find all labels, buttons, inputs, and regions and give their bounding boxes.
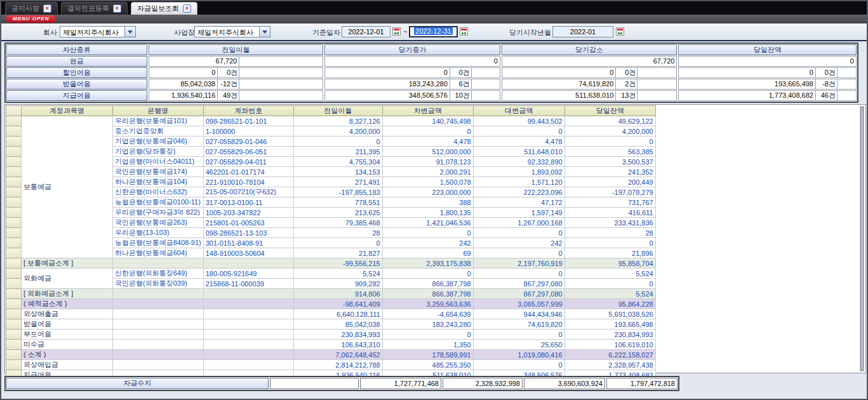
- period-start-input[interactable]: 2022-01: [552, 26, 613, 37]
- bank-name-cell: [113, 289, 204, 299]
- row-indicator-cell[interactable]: [6, 309, 22, 319]
- row-indicator-cell[interactable]: [6, 330, 22, 340]
- tab-close-icon[interactable]: [43, 4, 51, 13]
- table-row: 외상매입금2,814,212,788485,255,35002,328,957,…: [6, 360, 656, 370]
- credit-cell: 0: [473, 228, 564, 238]
- row-indicator-cell[interactable]: [6, 238, 22, 248]
- summary-value-group: 74,619,8202건: [502, 79, 678, 90]
- row-indicator-cell[interactable]: [6, 248, 22, 258]
- table-row: 미수금106,643,3101,35025,650106,619,010: [6, 340, 656, 350]
- carry-cell: 21,827: [293, 248, 382, 258]
- balance-cell: 5,691,038,526: [564, 309, 655, 319]
- balance-cell: 21,896: [564, 248, 655, 258]
- row-indicator-cell[interactable]: [6, 289, 22, 299]
- debit-cell: 866,387,798: [382, 279, 473, 289]
- tab-daily-funds-report[interactable]: 자금일보조회: [131, 2, 197, 15]
- row-indicator-cell[interactable]: [6, 269, 22, 279]
- debit-cell: 242: [382, 238, 473, 248]
- account-number-cell: 027-055829-06-051: [203, 147, 293, 157]
- balance-cell: -197,078,279: [564, 187, 655, 197]
- row-indicator-cell[interactable]: [6, 350, 22, 360]
- row-indicator-cell[interactable]: [6, 167, 22, 177]
- credit-cell: 99,443,502: [473, 116, 564, 126]
- row-indicator-cell[interactable]: [6, 228, 22, 238]
- debit-cell: 140,745,498: [382, 116, 473, 126]
- summary-value-group: 67,720: [502, 56, 678, 67]
- tab-bar: 공지사항 결의전표등록 자금일보조회: [1, 1, 867, 15]
- row-indicator-header: [6, 106, 22, 116]
- summary-filler-cell: [239, 90, 323, 101]
- summary-col-decrease: 당기감소: [502, 44, 678, 55]
- date-from-input[interactable]: 2022-12-01: [342, 26, 391, 37]
- summary-count-cell: 13건: [616, 90, 638, 101]
- account-number-cell: [203, 319, 293, 330]
- chevron-down-icon[interactable]: [124, 27, 135, 37]
- row-indicator-cell[interactable]: [6, 279, 22, 289]
- summary-value-group: 00건: [678, 67, 857, 78]
- vertical-scrollbar[interactable]: [860, 106, 864, 371]
- debit-cell: 2,000,291: [382, 167, 473, 177]
- row-indicator-cell[interactable]: [6, 208, 22, 218]
- company-label: 회사: [43, 28, 57, 37]
- summary-value-group: 00건: [324, 67, 500, 78]
- calendar-icon[interactable]: [616, 27, 624, 36]
- account-number-cell: 215868-11-000039: [203, 279, 293, 289]
- bank-name-cell: 국민은행(외화통장039): [113, 279, 204, 289]
- debit-cell: 1,500,078: [382, 177, 473, 187]
- site-select[interactable]: 제일저지주식회사: [194, 26, 270, 37]
- row-indicator-cell[interactable]: [6, 177, 22, 187]
- summary-filler-cell: [838, 67, 857, 78]
- menu-open-button[interactable]: MENU OPEN: [6, 15, 56, 23]
- tab-notice[interactable]: 공지사항: [5, 2, 58, 15]
- bank-name-cell: 기업은행(당좌통장): [113, 147, 204, 157]
- tab-close-icon[interactable]: [113, 4, 121, 13]
- bank-name-cell: 기업은행(보통예금046): [113, 137, 204, 147]
- row-indicator-cell[interactable]: [6, 157, 22, 167]
- col-debit-amount: 차변금액: [382, 106, 473, 116]
- tab-close-icon[interactable]: [183, 4, 191, 13]
- account-number-cell: [203, 258, 293, 269]
- balance-cell: 0: [564, 137, 655, 147]
- summary-table: 자산종류 전일이월 당기증가 당기감소 당일잔액 현금67,720067,720…: [4, 43, 858, 103]
- row-indicator-cell[interactable]: [6, 137, 22, 147]
- chevron-down-icon[interactable]: [259, 27, 270, 37]
- scrollbar-thumb[interactable]: [860, 107, 864, 371]
- balance-cell: 2,328,957,438: [564, 360, 655, 370]
- balance-cell: 4,200,000: [564, 126, 655, 137]
- bank-name-cell: 우리은행(구매자금3억 822): [113, 208, 204, 218]
- debit-cell: 0: [382, 126, 473, 137]
- account-group-cell: 보통예금: [22, 116, 113, 258]
- balance-cell: 230,834,993: [564, 330, 655, 340]
- row-indicator-cell[interactable]: [6, 147, 22, 157]
- row-indicator-cell[interactable]: [6, 197, 22, 208]
- row-indicator-cell[interactable]: [6, 360, 22, 370]
- calendar-icon[interactable]: [460, 27, 468, 36]
- row-indicator-cell[interactable]: [6, 319, 22, 330]
- calendar-icon[interactable]: [392, 27, 401, 36]
- carry-cell: 5,524: [293, 269, 382, 279]
- row-indicator-cell[interactable]: [6, 187, 22, 197]
- debit-cell: 866,387,798: [382, 289, 473, 299]
- row-indicator-cell[interactable]: [6, 116, 22, 126]
- company-select-value: 제일저지주식회사: [60, 27, 124, 37]
- tab-voucher-entry[interactable]: 결의전표등록: [61, 2, 128, 15]
- site-select-value: 제일저지주식회사: [195, 27, 259, 37]
- summary-row: 할인어음00건00건00건00건: [6, 67, 857, 78]
- account-number-cell: 148-910003-50604: [203, 248, 293, 258]
- carry-cell: 0: [293, 238, 382, 248]
- row-indicator-cell[interactable]: [6, 258, 22, 269]
- row-indicator-cell[interactable]: [6, 340, 22, 350]
- credit-cell: 1,267,000,168: [473, 218, 564, 228]
- summary-amount-cell: 183,243,280: [324, 79, 450, 90]
- balance-cell: 241,352: [564, 167, 655, 177]
- summary-filler-cell: [838, 79, 857, 90]
- row-indicator-cell[interactable]: [6, 299, 22, 309]
- debit-cell: 388: [382, 197, 473, 208]
- company-select[interactable]: 제일저지주식회사: [60, 26, 136, 37]
- row-indicator-cell[interactable]: [6, 218, 22, 228]
- date-to-input[interactable]: 2022-12-31: [409, 26, 458, 37]
- balance-cell: 731,767: [564, 197, 655, 208]
- summary-filler-cell: [472, 90, 500, 101]
- row-indicator-cell[interactable]: [6, 126, 22, 137]
- credit-cell: 0: [473, 248, 564, 258]
